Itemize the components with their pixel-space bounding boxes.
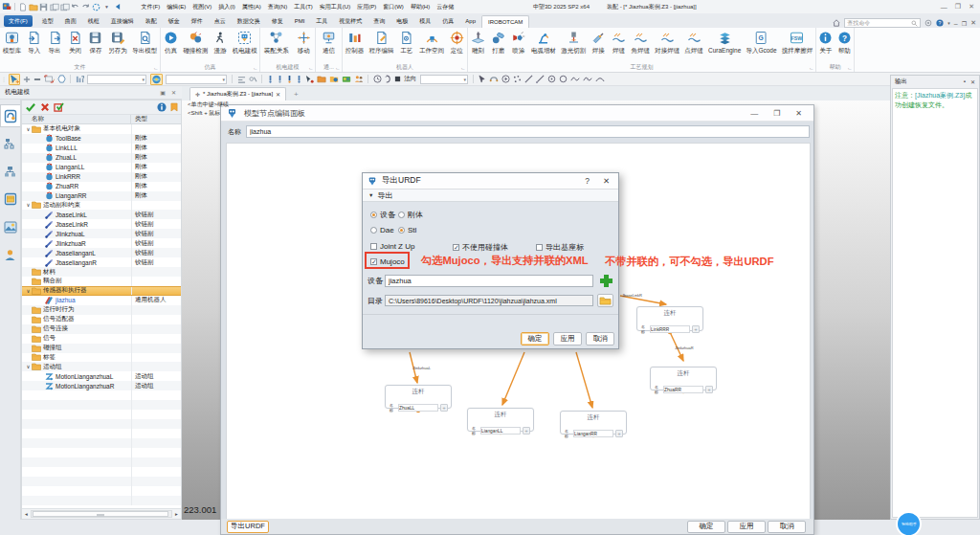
editor-close-button[interactable]: ✕ bbox=[795, 109, 802, 118]
ribbon-tab-修复[interactable]: 修复 bbox=[266, 15, 289, 28]
node-name-input[interactable]: LianganLL bbox=[480, 427, 521, 435]
output-dock-icon[interactable]: ▪ bbox=[964, 78, 966, 85]
expand-chevron-icon[interactable]: ∨ bbox=[25, 202, 32, 208]
line1-icon[interactable] bbox=[524, 74, 533, 85]
tree-row-MotionLianganzhuaR[interactable]: MotionLianganzhuaR运动组 bbox=[22, 381, 181, 390]
ribbon-tab-造型[interactable]: 造型 bbox=[36, 15, 59, 28]
ribbon-button-模型库[interactable]: 模型库 bbox=[3, 31, 22, 56]
clock-icon[interactable] bbox=[373, 74, 382, 85]
pin1-icon[interactable] bbox=[267, 74, 274, 85]
editor-restore-button[interactable]: ❐ bbox=[773, 109, 780, 118]
export-ok-button[interactable]: 确定 bbox=[521, 332, 549, 346]
checkbox-joint-z-up[interactable]: Joint Z Up bbox=[370, 242, 414, 251]
export-close-button[interactable]: ✕ bbox=[603, 176, 610, 186]
tree-row-材料[interactable]: 材料 bbox=[22, 267, 181, 277]
ribbon-button-焊接[interactable]: 焊接 bbox=[590, 31, 606, 56]
expand-chevron-icon[interactable]: ∨ bbox=[25, 364, 32, 369]
new-tab-button[interactable]: + bbox=[294, 90, 299, 100]
node-expand-button[interactable]: + bbox=[615, 430, 623, 437]
regen-icon[interactable] bbox=[91, 2, 101, 12]
minimize-button[interactable]: — bbox=[941, 4, 947, 11]
column-name[interactable]: 名称 bbox=[22, 115, 131, 123]
folder-g-icon[interactable] bbox=[329, 74, 339, 85]
view-combobox[interactable] bbox=[166, 75, 227, 84]
tab-pin-icon[interactable]: ✛ bbox=[195, 91, 200, 98]
ribbon-tab-查询[interactable]: 查询 bbox=[368, 15, 390, 28]
dots-icon[interactable] bbox=[513, 74, 522, 85]
back-icon[interactable] bbox=[112, 2, 122, 12]
manager-tab-visualize[interactable] bbox=[0, 215, 20, 238]
circle2-icon[interactable] bbox=[559, 74, 568, 85]
pick-icon[interactable] bbox=[479, 74, 486, 85]
new-doc-icon[interactable] bbox=[17, 2, 28, 12]
open-folder-icon[interactable] bbox=[28, 2, 38, 12]
scroll-right-icon[interactable]: ▸ bbox=[172, 511, 181, 517]
manager-tab-package[interactable] bbox=[0, 188, 20, 211]
tree-row-LianganRR[interactable]: LianganRR刚体 bbox=[22, 191, 181, 201]
export-urdf-button[interactable]: 导出URDF bbox=[227, 521, 269, 533]
tree-row-LinkLLL[interactable]: LinkLLL刚体 bbox=[22, 144, 181, 153]
ribbon-button-关于[interactable]: 关于 bbox=[818, 31, 834, 56]
undo-icon[interactable] bbox=[70, 2, 80, 12]
folder-orange-icon[interactable] bbox=[317, 74, 326, 85]
palette-icon[interactable] bbox=[342, 74, 351, 85]
expand-chevron-icon[interactable]: ∨ bbox=[25, 288, 32, 294]
ribbon-tab-电极[interactable]: 电极 bbox=[390, 15, 413, 28]
manager-tab-assembly-tree[interactable] bbox=[0, 160, 20, 183]
ribbon-tab-仿真[interactable]: 仿真 bbox=[436, 15, 459, 28]
group-launcher-icon[interactable]: ⌙ bbox=[154, 65, 158, 71]
ribbon-button-搅拌摩擦焊[interactable]: FSW搅拌摩擦焊 bbox=[782, 31, 813, 56]
menu-视图V[interactable]: 视图(V) bbox=[189, 3, 215, 11]
graph-node-ZhuaLL[interactable]: 连杆 名称 ZhuaLL + bbox=[385, 385, 452, 409]
people-icon[interactable] bbox=[354, 74, 364, 85]
radio-rigid-icon[interactable] bbox=[398, 212, 405, 218]
ribbon-tab-点云[interactable]: 点云 bbox=[209, 15, 232, 28]
scroll-left-icon[interactable]: ◂ bbox=[22, 511, 31, 517]
column-type[interactable]: 类型 bbox=[131, 115, 181, 123]
ribbon-button-角焊缝[interactable]: 角焊缝 bbox=[632, 31, 651, 56]
curve2-icon[interactable] bbox=[583, 74, 592, 85]
group-launcher-icon[interactable]: ⌙ bbox=[254, 65, 257, 71]
add-device-button[interactable] bbox=[598, 274, 613, 288]
editor-name-input[interactable] bbox=[246, 125, 810, 138]
checkbox-export-base[interactable]: 导出基座标 bbox=[536, 242, 584, 253]
graph-node-LianganRR[interactable]: 连杆 名称 LianganRR + bbox=[560, 411, 627, 435]
editor-cancel-button[interactable]: 取消 bbox=[768, 521, 806, 533]
tree-row-ToolBase[interactable]: ToolBase刚体 bbox=[22, 134, 181, 144]
help-icon[interactable]: ? bbox=[936, 19, 944, 27]
node-name-input[interactable]: LinkRRR bbox=[650, 325, 690, 333]
radio-stl[interactable]: Stl bbox=[398, 226, 416, 234]
menu-文件F[interactable]: 文件(F) bbox=[138, 3, 164, 11]
graph-node-LinkRRR[interactable]: 连杆 名称 LinkRRR + bbox=[636, 306, 703, 331]
stop-icon[interactable] bbox=[394, 74, 401, 85]
panel-close-icon[interactable]: ✕ bbox=[171, 89, 176, 96]
tree-row-传感器和执行器[interactable]: ∨传感器和执行器 bbox=[22, 286, 181, 296]
snap-icon[interactable] bbox=[489, 74, 499, 85]
hexagon-icon[interactable] bbox=[57, 74, 66, 85]
tree-row-运动组[interactable]: ∨运动组 bbox=[22, 362, 181, 371]
ribbon-tab-线框[interactable]: 线框 bbox=[82, 15, 105, 28]
ribbon-button-雕刻[interactable]: 雕刻 bbox=[471, 31, 486, 56]
radio-device-icon[interactable] bbox=[370, 212, 377, 218]
ribbon-button-另存为[interactable]: 另存为 bbox=[108, 31, 127, 56]
ribbon-button-仿真[interactable]: 仿真 bbox=[163, 31, 178, 56]
line2-icon[interactable] bbox=[536, 74, 545, 85]
group-launcher-icon[interactable]: ⌙ bbox=[336, 65, 340, 71]
redo-icon[interactable] bbox=[80, 2, 91, 12]
ribbon-button-导入[interactable]: 导入 bbox=[27, 31, 42, 56]
manager-tab-robot-manager[interactable] bbox=[0, 104, 20, 127]
home-icon[interactable] bbox=[833, 19, 840, 27]
ribbon-button-碰撞检测[interactable]: 碰撞检测 bbox=[183, 31, 208, 56]
ribbon-button-导入Gcode[interactable]: G导入Gcode bbox=[746, 31, 776, 56]
arrow-red-icon[interactable] bbox=[305, 74, 314, 85]
ribbon-button-关闭[interactable]: 关闭 bbox=[67, 31, 82, 56]
checkbox-export-base-icon[interactable] bbox=[536, 244, 543, 251]
ribbon-button-程序编辑[interactable]: 程序编辑 bbox=[368, 31, 393, 56]
ribbon-tab-PMI[interactable]: PMI bbox=[289, 15, 311, 28]
device-input[interactable]: jiazhua bbox=[385, 275, 593, 287]
node-name-input[interactable]: ZhuaRR bbox=[663, 386, 703, 393]
more-caret-icon[interactable]: ▾ bbox=[947, 20, 950, 26]
radio-rigid[interactable]: 刚体 bbox=[398, 210, 423, 220]
group-launcher-icon[interactable]: ⌙ bbox=[309, 65, 313, 71]
ribbon-button-工艺[interactable]: 工艺 bbox=[399, 31, 414, 56]
